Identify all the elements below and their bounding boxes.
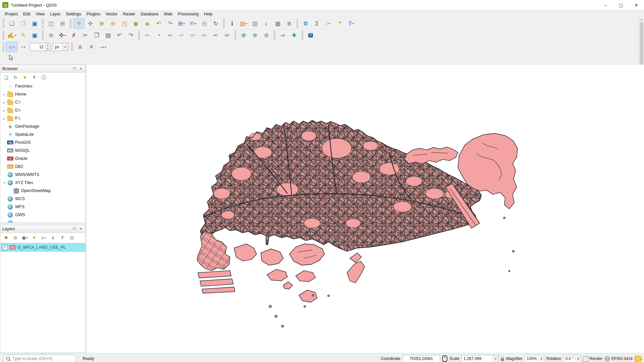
layer-diagram-options-button[interactable]: ◔ [153, 30, 164, 40]
snap-on-intersection-button[interactable]: ✕ [86, 42, 97, 52]
zoom-to-selection-button[interactable]: ◉ [130, 18, 142, 28]
refresh-button[interactable]: ↻ [210, 18, 221, 28]
statistical-summary-button[interactable]: Σ [311, 18, 323, 28]
collapse-all-layers-button[interactable]: ↟ [58, 234, 67, 242]
toolbar-handle[interactable] [71, 43, 73, 51]
select-features-button[interactable]: ▨▾ [238, 18, 249, 28]
layer-checkbox[interactable]: ✓ [3, 245, 8, 250]
new-print-layout-button[interactable]: ◫ [45, 18, 57, 28]
layer-labeling-options-button[interactable]: abc [142, 30, 153, 40]
toolbar-handle[interactable] [3, 19, 4, 28]
browser-item-mssql[interactable]: MSMSSQL [0, 146, 80, 155]
chevron-right-icon[interactable]: ▸ [2, 101, 7, 104]
spin-up-icon[interactable]: ▲ [45, 43, 50, 47]
plugin-b-button[interactable]: ✚ [288, 30, 300, 40]
temporal-controller-button[interactable]: ◷ [199, 18, 210, 28]
menu-plugins[interactable]: Plugins [84, 11, 103, 17]
move-label-button[interactable]: abc [199, 30, 210, 40]
browser-item-c[interactable]: ▸C:\ [0, 98, 80, 106]
field-calculator-button[interactable]: ≣ [283, 18, 295, 28]
show-hide-labels-button[interactable]: abc [187, 30, 199, 40]
toolbar-handle[interactable] [297, 19, 298, 28]
toolbar-handle[interactable] [3, 31, 4, 40]
render-checkbox[interactable]: ✓ Render [583, 356, 602, 361]
current-edits-button[interactable]: ✍▾ [6, 30, 17, 40]
panel-float-icon[interactable]: ❐ [71, 226, 77, 232]
open-project-button[interactable]: ❒ [17, 18, 29, 28]
copy-features-button[interactable]: ❐ [91, 30, 102, 40]
browser-item-favorites[interactable]: ☆Favorites [0, 82, 80, 90]
add-group-button[interactable]: ⊞ [11, 234, 20, 242]
browser-item-spatialite[interactable]: ✴SpatiaLite [0, 130, 80, 138]
browser-item-xyz-tiles[interactable]: ▾XYZ Tiles [0, 179, 80, 187]
properties-widget-button[interactable]: ⓘ [39, 73, 48, 81]
highlight-pinned-labels-button[interactable]: abc [164, 30, 176, 40]
cut-features-button[interactable]: ✂ [79, 30, 91, 40]
snapping-mode-button[interactable]: ▫▾ [17, 42, 29, 52]
menu-settings[interactable]: Settings [63, 11, 84, 17]
browser-item-db2[interactable]: DB2DB2 [0, 163, 80, 171]
browser-item-oracle[interactable]: OOracle [0, 155, 80, 163]
zoom-next-button[interactable]: ↷ [164, 18, 176, 28]
minimize-button[interactable]: – [598, 0, 613, 10]
osm-place-search-button[interactable]: ⊛ [261, 30, 272, 40]
browser-item-f[interactable]: ▸F:\ [0, 114, 80, 122]
map-canvas[interactable] [86, 65, 644, 353]
zoom-last-button[interactable]: ↶ [153, 18, 164, 28]
menu-vector[interactable]: Vector [103, 11, 120, 17]
extents-toggle-icon[interactable] [442, 355, 447, 362]
save-project-button[interactable]: ▣ [29, 18, 40, 28]
rotation-spinbox[interactable]: 0.0 ° ▲▼ [563, 355, 581, 362]
browser-item-wfs[interactable]: WFS [0, 203, 80, 211]
layer-item-g-mp14-land-use-pl[interactable]: ✓G_MP14_LAND_USE_PL [1, 243, 85, 251]
scale-combo[interactable]: 1:267,069 ▼ [462, 355, 499, 362]
spin-down-icon[interactable]: ▼ [576, 359, 581, 361]
filter-legend-button[interactable]: ▼ [30, 234, 39, 242]
text-annotation-button[interactable]: T▾ [345, 18, 357, 28]
show-map-tips-button[interactable]: ❝ [334, 18, 345, 28]
toolbar-handle[interactable] [3, 43, 4, 51]
select-by-expression-button[interactable]: ε [261, 18, 272, 28]
manage-map-themes-button[interactable]: ◉▾ [20, 234, 30, 242]
toolbar-handle[interactable] [274, 31, 275, 40]
remove-layer-button[interactable]: ⊟ [67, 234, 76, 242]
browser-item-postgis[interactable]: PgPostGIS [0, 138, 80, 146]
snap-unit-select[interactable]: px▼ [53, 43, 68, 51]
menu-project[interactable]: Project [2, 11, 20, 17]
locate-search[interactable]: Type to locate (Ctrl+K) [3, 355, 76, 362]
open-attribute-table-button[interactable]: ▦ [272, 18, 283, 28]
chevron-right-icon[interactable]: ▸ [2, 93, 7, 96]
add-selected-layers-button[interactable]: ❏ [1, 73, 11, 81]
chevron-down-icon[interactable]: ▾ [2, 181, 7, 185]
zoom-in-button[interactable]: ⊕ [96, 18, 107, 28]
crs-indicator[interactable]: EPSG:3414 [605, 356, 633, 361]
toolbar-handle[interactable] [223, 19, 225, 28]
magnifier-spinbox[interactable]: 100% ▲▼ [525, 355, 544, 362]
menu-view[interactable]: View [33, 11, 47, 17]
add-feature-button[interactable]: ⊚ [45, 30, 57, 40]
spin-down-icon[interactable]: ▼ [45, 47, 50, 51]
metasearch-button[interactable]: ⊛ [238, 30, 249, 40]
identify-features-button[interactable]: ℹ [226, 18, 238, 28]
filter-by-expression-button[interactable]: ε▾ [39, 234, 48, 242]
zoom-out-button[interactable]: ⊖ [107, 18, 119, 28]
menu-edit[interactable]: Edit [20, 11, 33, 17]
layer-symbology-swatch[interactable] [10, 245, 15, 249]
menu-database[interactable]: Database [138, 11, 161, 17]
filter-browser-button[interactable]: ▼ [20, 73, 30, 81]
new-project-button[interactable]: ❏ [6, 18, 17, 28]
browser-item-d[interactable]: ▸D:\ [0, 106, 80, 114]
vertex-tool-button[interactable]: ✜▾ [57, 30, 68, 40]
zoom-full-button[interactable]: ◳ [119, 18, 130, 28]
magnifier-steppers[interactable]: ▲▼ [539, 357, 544, 361]
delete-selected-button[interactable]: ✗ [68, 30, 79, 40]
coordinate-input[interactable]: 75053,24581 [402, 355, 440, 362]
toolbar-handle[interactable] [42, 19, 44, 28]
rotation-steppers[interactable]: ▲▼ [575, 357, 581, 361]
toolbar-handle[interactable] [70, 19, 71, 28]
toolbar-handle[interactable] [138, 31, 140, 40]
topological-editing-button[interactable]: ⋔ [74, 42, 86, 52]
panel-close-icon[interactable]: ✕ [78, 66, 84, 71]
browser-item-wcs[interactable]: WCS [0, 195, 80, 203]
measure-line-button[interactable]: ∕▾ [323, 18, 334, 28]
